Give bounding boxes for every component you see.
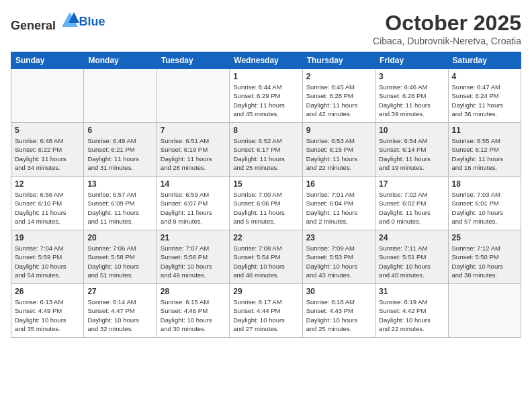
day-info: Sunrise: 6:48 AMSunset: 6:22 PMDaylight:…	[15, 136, 80, 172]
day-number: 23	[306, 233, 371, 242]
calendar-week-row: 19Sunrise: 7:04 AMSunset: 5:59 PMDayligh…	[11, 230, 521, 284]
day-info: Sunrise: 7:11 AMSunset: 5:51 PMDaylight:…	[379, 244, 444, 279]
logo-icon	[60, 11, 79, 30]
calendar-cell: 20Sunrise: 7:06 AMSunset: 5:58 PMDayligh…	[84, 230, 157, 284]
day-info: Sunrise: 7:09 AMSunset: 5:53 PMDaylight:…	[306, 244, 371, 279]
day-number: 21	[161, 233, 226, 242]
logo-text-general: General	[11, 19, 56, 32]
col-header-wednesday: Wednesday	[230, 52, 302, 69]
day-number: 19	[15, 233, 80, 242]
day-number: 18	[452, 179, 517, 189]
day-number: 7	[161, 126, 226, 135]
calendar-cell: 25Sunrise: 7:12 AMSunset: 5:50 PMDayligh…	[448, 230, 521, 284]
day-number: 4	[452, 72, 517, 81]
calendar-week-row: 1Sunrise: 6:44 AMSunset: 6:29 PMDaylight…	[11, 69, 521, 123]
calendar-cell: 15Sunrise: 7:00 AMSunset: 6:06 PMDayligh…	[230, 177, 302, 230]
calendar-cell: 11Sunrise: 6:55 AMSunset: 6:12 PMDayligh…	[448, 123, 521, 177]
location-title: Cibaca, Dubrovnik-Neretva, Croatia	[373, 36, 521, 46]
calendar-cell: 12Sunrise: 6:56 AMSunset: 6:10 PMDayligh…	[11, 177, 84, 230]
day-number: 24	[379, 233, 444, 242]
day-number: 2	[306, 72, 371, 81]
day-number: 25	[452, 233, 517, 242]
calendar-cell: 7Sunrise: 6:51 AMSunset: 6:19 PMDaylight…	[157, 123, 229, 177]
day-info: Sunrise: 6:15 AMSunset: 4:46 PMDaylight:…	[161, 298, 226, 333]
calendar-cell: 27Sunrise: 6:14 AMSunset: 4:47 PMDayligh…	[84, 284, 157, 338]
day-info: Sunrise: 6:57 AMSunset: 6:09 PMDaylight:…	[87, 190, 152, 226]
day-number: 6	[87, 126, 152, 135]
day-number: 3	[379, 72, 444, 81]
calendar-week-row: 5Sunrise: 6:48 AMSunset: 6:22 PMDaylight…	[11, 123, 521, 177]
calendar-header-row: SundayMondayTuesdayWednesdayThursdayFrid…	[11, 52, 521, 69]
day-info: Sunrise: 6:54 AMSunset: 6:14 PMDaylight:…	[379, 136, 444, 172]
calendar-cell: 21Sunrise: 7:07 AMSunset: 5:56 PMDayligh…	[157, 230, 229, 284]
day-number: 14	[161, 179, 226, 189]
day-info: Sunrise: 6:47 AMSunset: 6:24 PMDaylight:…	[452, 83, 517, 118]
calendar-cell: 14Sunrise: 6:59 AMSunset: 6:07 PMDayligh…	[157, 177, 229, 230]
day-number: 11	[452, 126, 517, 135]
calendar-cell	[157, 69, 229, 123]
calendar-cell: 23Sunrise: 7:09 AMSunset: 5:53 PMDayligh…	[302, 230, 375, 284]
day-info: Sunrise: 7:04 AMSunset: 5:59 PMDaylight:…	[15, 244, 80, 279]
calendar-cell: 30Sunrise: 6:18 AMSunset: 4:43 PMDayligh…	[302, 284, 375, 338]
day-number: 22	[233, 233, 298, 242]
calendar-cell: 1Sunrise: 6:44 AMSunset: 6:29 PMDaylight…	[230, 69, 302, 123]
day-info: Sunrise: 7:03 AMSunset: 6:01 PMDaylight:…	[452, 190, 517, 226]
calendar-cell	[84, 69, 157, 123]
page-header: General Blue October 2025 Cibaca, Dubrov…	[11, 11, 521, 46]
day-number: 17	[379, 179, 444, 189]
day-number: 29	[233, 287, 298, 296]
calendar-cell: 22Sunrise: 7:08 AMSunset: 5:54 PMDayligh…	[230, 230, 302, 284]
day-number: 27	[87, 287, 152, 296]
day-number: 15	[233, 179, 298, 189]
day-number: 13	[87, 179, 152, 189]
day-number: 26	[15, 287, 80, 296]
calendar-table: SundayMondayTuesdayWednesdayThursdayFrid…	[11, 52, 521, 338]
day-info: Sunrise: 7:08 AMSunset: 5:54 PMDaylight:…	[233, 244, 298, 279]
day-info: Sunrise: 7:01 AMSunset: 6:04 PMDaylight:…	[306, 190, 371, 226]
day-info: Sunrise: 6:56 AMSunset: 6:10 PMDaylight:…	[15, 190, 80, 226]
day-info: Sunrise: 6:13 AMSunset: 4:49 PMDaylight:…	[15, 298, 80, 333]
calendar-cell: 9Sunrise: 6:53 AMSunset: 6:15 PMDaylight…	[302, 123, 375, 177]
day-info: Sunrise: 6:45 AMSunset: 6:28 PMDaylight:…	[306, 83, 371, 118]
day-number: 10	[379, 126, 444, 135]
day-info: Sunrise: 6:53 AMSunset: 6:15 PMDaylight:…	[306, 136, 371, 172]
calendar-cell: 29Sunrise: 6:17 AMSunset: 4:44 PMDayligh…	[230, 284, 302, 338]
day-number: 9	[306, 126, 371, 135]
calendar-cell: 13Sunrise: 6:57 AMSunset: 6:09 PMDayligh…	[84, 177, 157, 230]
day-number: 30	[306, 287, 371, 296]
day-info: Sunrise: 7:00 AMSunset: 6:06 PMDaylight:…	[233, 190, 298, 226]
day-number: 28	[161, 287, 226, 296]
calendar-cell: 5Sunrise: 6:48 AMSunset: 6:22 PMDaylight…	[11, 123, 84, 177]
calendar-week-row: 12Sunrise: 6:56 AMSunset: 6:10 PMDayligh…	[11, 177, 521, 230]
calendar-cell: 8Sunrise: 6:52 AMSunset: 6:17 PMDaylight…	[230, 123, 302, 177]
day-number: 31	[379, 287, 444, 296]
calendar-cell	[11, 69, 84, 123]
calendar-cell: 18Sunrise: 7:03 AMSunset: 6:01 PMDayligh…	[448, 177, 521, 230]
day-info: Sunrise: 6:44 AMSunset: 6:29 PMDaylight:…	[233, 83, 298, 118]
day-info: Sunrise: 6:51 AMSunset: 6:19 PMDaylight:…	[161, 136, 226, 172]
calendar-cell: 4Sunrise: 6:47 AMSunset: 6:24 PMDaylight…	[448, 69, 521, 123]
day-info: Sunrise: 7:02 AMSunset: 6:02 PMDaylight:…	[379, 190, 444, 226]
calendar-cell: 16Sunrise: 7:01 AMSunset: 6:04 PMDayligh…	[302, 177, 375, 230]
calendar-cell: 2Sunrise: 6:45 AMSunset: 6:28 PMDaylight…	[302, 69, 375, 123]
logo: General Blue	[11, 11, 105, 33]
day-info: Sunrise: 7:12 AMSunset: 5:50 PMDaylight:…	[452, 244, 517, 279]
day-info: Sunrise: 6:19 AMSunset: 4:42 PMDaylight:…	[379, 298, 444, 333]
day-info: Sunrise: 6:18 AMSunset: 4:43 PMDaylight:…	[306, 298, 371, 333]
col-header-saturday: Saturday	[448, 52, 521, 69]
calendar-cell: 17Sunrise: 7:02 AMSunset: 6:02 PMDayligh…	[375, 177, 448, 230]
day-info: Sunrise: 6:52 AMSunset: 6:17 PMDaylight:…	[233, 136, 298, 172]
day-info: Sunrise: 7:06 AMSunset: 5:58 PMDaylight:…	[87, 244, 152, 279]
calendar-cell: 3Sunrise: 6:46 AMSunset: 6:26 PMDaylight…	[375, 69, 448, 123]
day-number: 5	[15, 126, 80, 135]
col-header-tuesday: Tuesday	[157, 52, 229, 69]
col-header-friday: Friday	[375, 52, 448, 69]
day-info: Sunrise: 6:59 AMSunset: 6:07 PMDaylight:…	[161, 190, 226, 226]
col-header-thursday: Thursday	[302, 52, 375, 69]
calendar-cell: 28Sunrise: 6:15 AMSunset: 4:46 PMDayligh…	[157, 284, 229, 338]
day-number: 1	[233, 72, 298, 81]
day-info: Sunrise: 6:55 AMSunset: 6:12 PMDaylight:…	[452, 136, 517, 172]
day-info: Sunrise: 6:17 AMSunset: 4:44 PMDaylight:…	[233, 298, 298, 333]
day-info: Sunrise: 6:46 AMSunset: 6:26 PMDaylight:…	[379, 83, 444, 118]
day-info: Sunrise: 6:14 AMSunset: 4:47 PMDaylight:…	[87, 298, 152, 333]
